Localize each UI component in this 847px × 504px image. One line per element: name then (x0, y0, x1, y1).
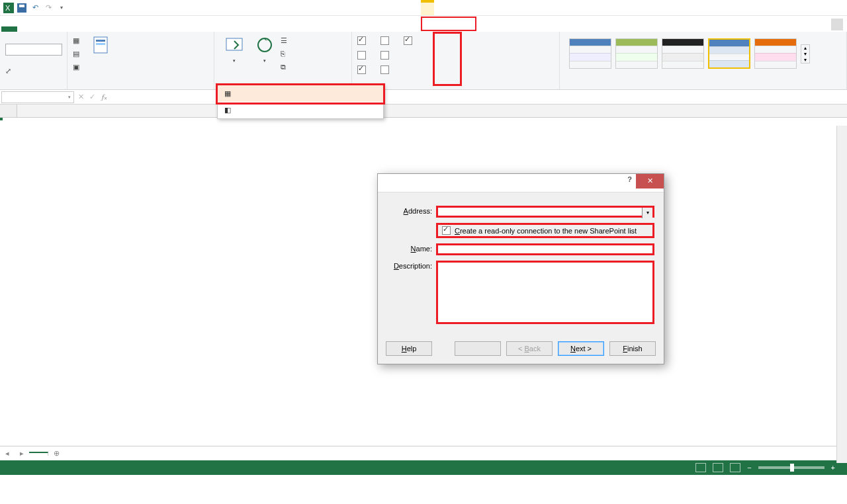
tab-view[interactable] (112, 26, 128, 32)
group-external: ▾ ▾ ☰ ⎘ ⧉ . (214, 32, 352, 89)
export-icon (224, 34, 245, 56)
export-dropdown: ▦ ◧ (217, 85, 384, 119)
tab-data[interactable] (81, 26, 97, 32)
view-break-icon[interactable] (730, 463, 740, 472)
tab-home[interactable] (17, 26, 33, 32)
visio-icon: ◧ (224, 106, 231, 114)
refresh-button[interactable]: ▾ (250, 34, 279, 73)
name-label: Name: (387, 243, 436, 253)
vertical-scrollbar[interactable] (836, 126, 847, 463)
convert-range-button[interactable]: ▣ (73, 61, 82, 73)
select-all-corner[interactable] (0, 105, 17, 117)
dup-icon: ▤ (73, 50, 79, 58)
cancel-button[interactable] (455, 341, 501, 356)
summarize-pivot-button[interactable]: ▦ (73, 34, 82, 46)
sheet-nav-prev[interactable]: ◂ (0, 449, 15, 458)
style-swatch[interactable] (708, 38, 750, 69)
unlink-button: ⧉ (281, 61, 290, 73)
active-cell-cursor (0, 118, 3, 120)
finish-button[interactable]: Finish (609, 341, 656, 356)
redo-icon[interactable]: ↷ (42, 2, 54, 14)
dialog-close-button[interactable]: ✕ (636, 174, 664, 189)
help-button[interactable]: Help (386, 341, 432, 356)
style-swatch[interactable] (569, 38, 611, 69)
filter-btn-chk[interactable] (404, 34, 415, 46)
next-button[interactable]: Next > (558, 341, 604, 356)
svg-text:X: X (5, 4, 11, 12)
new-sheet-button[interactable]: ⊕ (48, 449, 65, 458)
remove-duplicates-button[interactable]: ▤ (73, 48, 82, 60)
undo-icon[interactable]: ↶ (29, 2, 41, 14)
qat-more-icon[interactable]: ▾ (56, 2, 67, 14)
excel-icon: X (3, 2, 15, 14)
zoom-slider[interactable] (758, 466, 825, 469)
view-layout-icon[interactable] (713, 463, 723, 472)
style-swatch[interactable] (615, 38, 658, 69)
address-label: Address: (387, 206, 436, 215)
readonly-label[interactable]: Create a read-only connection to the new… (455, 227, 637, 235)
pivot-icon: ▦ (73, 36, 79, 45)
tab-team[interactable] (128, 26, 144, 32)
sheet-nav-next[interactable]: ▸ (15, 449, 29, 458)
formula-bar-row: ▾ ✕ ✓ 𝑓ₓ (0, 90, 847, 105)
tab-page-layout[interactable] (49, 26, 65, 32)
enter-formula-icon[interactable]: ✓ (87, 93, 98, 101)
tab-review[interactable] (97, 26, 112, 32)
quick-access-toolbar: X ↶ ↷ ▾ (0, 2, 67, 14)
banded-rows-chk[interactable] (357, 63, 369, 75)
table-tools-label (421, 0, 434, 15)
address-input[interactable]: ▾ (436, 206, 654, 218)
banded-cols-chk[interactable] (380, 63, 392, 75)
group-tools: ▦ ▤ ▣ (67, 32, 214, 89)
status-bar: − + (0, 460, 847, 475)
name-input[interactable] (436, 243, 654, 255)
tab-formulas[interactable] (65, 26, 81, 32)
zoom-out-button[interactable]: − (747, 464, 751, 472)
export-button[interactable]: ▾ (220, 34, 249, 73)
slicer-icon (90, 34, 111, 56)
desc-label: Description: (387, 261, 436, 270)
tab-file[interactable] (1, 26, 17, 32)
view-normal-icon[interactable] (695, 463, 706, 472)
style-swatch[interactable] (754, 38, 797, 69)
combo-dropdown-icon[interactable]: ▾ (642, 208, 652, 218)
svg-point-8 (258, 38, 271, 52)
group-properties: ⤢ (0, 32, 67, 89)
title-bar: X ↶ ↷ ▾ (0, 0, 847, 16)
resize-table-button[interactable]: ⤢ (5, 65, 62, 77)
svg-rect-3 (19, 5, 24, 7)
tab-insert[interactable] (33, 26, 49, 32)
props-icon: ☰ (281, 36, 287, 45)
open-browser-button: ⎘ (281, 48, 290, 60)
fx-icon[interactable]: 𝑓ₓ (98, 93, 111, 101)
sheet-tab-1[interactable] (29, 452, 48, 456)
total-row-chk[interactable] (357, 49, 369, 61)
zoom-in-button[interactable]: + (831, 464, 835, 472)
styles-gallery[interactable]: ▴▾▾ (565, 34, 841, 73)
table-name-input[interactable] (5, 44, 62, 56)
insert-slicer-button[interactable] (86, 34, 115, 73)
annotation-box-1 (421, 17, 476, 31)
export-dialog: ? ✕ Address: ▾ Create a read-only connec… (377, 173, 664, 364)
dialog-title: ? ✕ (378, 174, 664, 192)
cancel-formula-icon[interactable]: ✕ (75, 93, 87, 101)
browser-icon: ⎘ (281, 50, 285, 58)
back-button: < Back (506, 341, 553, 356)
range-icon: ▣ (73, 63, 79, 71)
refresh-icon (254, 34, 275, 56)
style-swatch[interactable] (662, 38, 704, 69)
svg-rect-5 (96, 40, 105, 42)
save-icon[interactable] (16, 2, 28, 14)
name-box[interactable]: ▾ (1, 91, 74, 103)
header-row-chk[interactable] (357, 34, 369, 46)
readonly-checkbox[interactable] (442, 226, 451, 235)
first-col-chk[interactable] (380, 34, 392, 46)
last-col-chk[interactable] (380, 49, 392, 61)
resize-icon: ⤢ (5, 67, 11, 75)
gallery-more[interactable]: ▴▾▾ (801, 44, 810, 63)
tab-design[interactable] (144, 26, 160, 32)
dialog-help-icon[interactable]: ? (627, 175, 632, 183)
avatar[interactable] (831, 19, 843, 30)
desc-input[interactable] (436, 261, 654, 324)
ribbon: ⤢ ▦ ▤ ▣ ▾ ▾ ☰ (0, 32, 847, 90)
